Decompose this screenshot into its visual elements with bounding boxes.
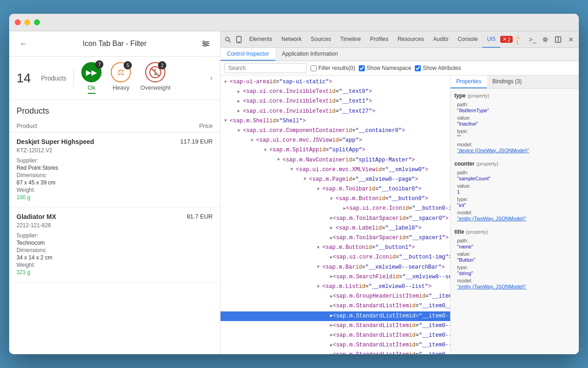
show-attributes-checkbox[interactable] [415,65,421,71]
xml-node[interactable]: ▼<sap.ui.core.mvc.JSView id="app"> [220,136,450,145]
xml-node[interactable]: ▼<sap.m.Button id="__button0"> [220,194,450,204]
show-namespace-label[interactable]: Show Namespace [359,65,411,71]
expand-icon[interactable]: ▼ [277,156,283,164]
subtab-application-info[interactable]: Application Information [275,48,344,61]
xml-node[interactable]: ▶<sap.ui.core.InvisibleText id="__text27… [220,107,450,116]
xml-node[interactable]: ▼<sap.m.Bar id="__xmlview0--searchBar"> [220,263,450,272]
xml-node[interactable]: ▼<sap.m.Toolbar id="__toolbar0"> [220,184,450,194]
ok-label: Ok [88,84,96,94]
close-icon-btn[interactable]: ✕ [565,33,577,46]
tab-ui5[interactable]: UI5 [482,31,500,48]
xml-node[interactable]: ▶<sap.ui.core.InvisibleText id="__text1"… [220,97,450,106]
xml-node[interactable]: ▶<sap.m.StandardListItem id="__item0__xm… [220,301,450,311]
expand-icon[interactable]: ▼ [224,117,230,125]
tab-elements[interactable]: Elements [244,31,277,48]
prop-value: 1 [457,189,572,195]
xml-node[interactable]: ▼<sap.m.SplitApp id="splitApp"> [220,145,450,155]
filter-tab-ok[interactable]: ▶▶ 7 Ok [81,62,102,94]
xml-node[interactable]: ▼<sap.ui.core.mvc.XMLView id="__xmlview0… [220,165,450,175]
minimize-button[interactable] [24,19,30,25]
overweight-label: Overweight [140,84,170,93]
tab-timeline[interactable]: Timeline [336,31,366,48]
expand-icon[interactable]: ▶ [237,98,243,105]
close-button[interactable] [15,19,21,25]
supplier-value-row: Red Point Stores [17,165,213,171]
product-row[interactable]: Deskjet Super Highspeed 117.19 EUR KTZ-1… [9,132,220,207]
subtab-control-inspector[interactable]: Control Inspector [220,48,275,61]
expand-icon[interactable]: ▼ [290,166,296,173]
products-heading: Products [9,100,220,120]
expand-icon[interactable]: ▶ [237,88,243,96]
expand-icon[interactable]: ▼ [264,147,269,154]
xml-attr-value: "__container0" [356,126,402,135]
expand-icon[interactable]: ▼ [304,176,309,183]
xml-node[interactable]: ▼<sap.m.List id="__xmlview0--list"> [220,282,450,292]
xml-node[interactable]: ▼<sap.m.Page id="__xmlview0--page"> [220,175,450,184]
prop-key: path: [457,102,572,107]
xml-node[interactable]: ▼<sap-ui-area id="sap-ui-static"> [220,77,450,87]
expand-icon[interactable]: ▼ [251,137,256,144]
xml-node[interactable]: ▼<sap.m.Shell id="Shell"> [220,116,450,126]
xml-node[interactable]: ▶<sap.m.SearchField id="__xmlview0--sear… [220,272,450,282]
layout-icon-btn[interactable] [552,33,564,46]
tab-sources[interactable]: Sources [306,31,335,48]
expand-icon[interactable]: ▼ [317,264,322,271]
xml-node[interactable]: ▼<sap.m.Button id="__button1"> [220,243,450,253]
mobile-icon-btn[interactable] [233,33,244,46]
tab-resources[interactable]: Resources [393,31,428,48]
xml-node[interactable]: ▶<sap.m.StandardListItem id="__item0--__… [220,331,450,340]
indent-spacer [224,195,330,203]
xml-node[interactable]: ▶<sap.m.ToolbarSpacer id="__spacer0"> [220,214,450,224]
back-button[interactable]: ← [17,37,30,51]
show-namespace-checkbox[interactable] [359,65,365,71]
tab-bindings[interactable]: Bindings (3) [487,75,527,88]
product-row[interactable]: Gladiator MX 81.7 EUR 2212-121-828 Suppl… [9,207,220,282]
expand-icon[interactable]: ▼ [317,244,322,252]
prop-key: path: [457,238,572,243]
filter-tab-overweight[interactable]: 🚶 2 Overweight [140,62,170,93]
search-input[interactable] [224,63,307,73]
chevron-right-icon[interactable]: › [210,73,213,83]
expand-icon[interactable]: ▼ [317,186,322,193]
prop-value[interactable]: "entity (TwoWay, JSONModel)" [457,216,572,221]
xml-node[interactable]: ▶<sap.ui.core.InvisibleText id="__text0"… [220,87,450,97]
filter-tab-heavy[interactable]: ⚖ 5 Heavy [111,62,131,93]
settings-button[interactable] [199,37,213,51]
tab-audits[interactable]: Audits [429,31,453,48]
search-icon-btn[interactable] [222,33,233,46]
expand-icon[interactable]: ▶ [330,224,335,232]
xml-node[interactable]: ▶<sap.m.StandardListItem id="__item0--__… [220,350,450,354]
tab-properties[interactable]: Properties [451,75,487,88]
xml-node[interactable]: ▶<sap.m.GroupHeaderListItem id="__item1"… [220,292,450,301]
xml-node[interactable]: ▶<sap.m.StandardListItem id="__item0--__… [220,340,450,350]
expand-icon[interactable]: ▼ [317,283,322,291]
indent-spacer [224,214,330,223]
terminal-icon-btn[interactable]: >_ [526,33,538,46]
xml-node[interactable]: ▼<sap.m.NavContainer id="splitApp-Master… [220,155,450,165]
xml-node[interactable]: ▼<sap.ui.core.ComponentContainer id="__c… [220,126,450,136]
fullscreen-button[interactable] [34,19,40,25]
filter-results-label[interactable]: Filter results(0) [311,65,355,71]
tab-profiles[interactable]: Profiles [365,31,393,48]
expand-icon[interactable]: ▼ [330,196,335,203]
expand-icon[interactable]: ▶ [237,108,243,115]
expand-icon[interactable]: ▼ [237,127,243,135]
xml-node[interactable]: ▶<sap.ui.core.Icon id="__button1-img"> [220,253,450,262]
supplier-value-row: Technocom [17,240,213,246]
show-attributes-label[interactable]: Show Attributes [415,65,461,71]
xml-node[interactable]: ▶<sap.m.Label id="__label0"> [220,224,450,233]
xml-node[interactable]: ▶<sap.m.StandardListItem id="__item0--__… [220,321,450,331]
gear-icon-btn[interactable] [539,33,551,46]
devtools-panel: Elements Network Sources Timeline Profil… [220,31,579,354]
filter-results-checkbox[interactable] [311,65,317,71]
xml-node[interactable]: ▶<sap.m.ToolbarSpacer id="__spacer1"> [220,233,450,243]
xml-node[interactable]: ▶<sap.ui.core.Icon id="__button0-img"> [220,204,450,213]
xml-node[interactable]: ▶<sap.m.StandardListItem id="__item0--__… [220,311,450,321]
tab-network[interactable]: Network [277,31,306,48]
error-badge: ✕ 2 [500,36,513,43]
expand-icon[interactable]: ▼ [224,79,230,86]
tab-console[interactable]: Console [453,31,482,48]
prop-value[interactable]: "entity (TwoWay, JSONModel)" [457,284,572,289]
xml-tag-close: > [368,87,372,96]
prop-value[interactable]: "device (OneWay, JSONModel)" [457,148,572,153]
